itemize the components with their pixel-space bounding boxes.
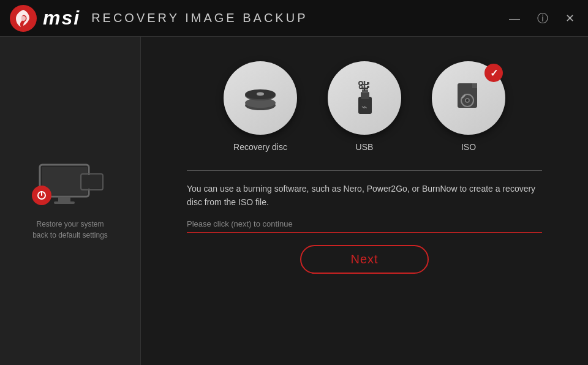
sidebar-icon-wrap — [37, 162, 104, 210]
close-button[interactable]: ✕ — [562, 10, 578, 26]
svg-point-15 — [257, 92, 264, 95]
recovery-disc-label: Recovery disc — [233, 142, 287, 152]
main-content: Restore your system back to default sett… — [0, 37, 588, 365]
svg-rect-29 — [472, 83, 477, 88]
usb-label: USB — [356, 142, 374, 152]
app-title: RECOVERY IMAGE BACKUP — [91, 11, 307, 25]
svg-point-1 — [21, 16, 26, 21]
sidebar-label: Restore your system back to default sett… — [32, 219, 108, 241]
recovery-disc-circle — [224, 61, 297, 135]
minimize-button[interactable]: — — [505, 10, 524, 26]
svg-text:⌁: ⌁ — [361, 102, 368, 112]
iso-circle: ✓ — [432, 61, 505, 135]
sidebar: Restore your system back to default sett… — [0, 37, 141, 365]
usb-circle: ⌁ — [328, 61, 401, 135]
logo-area: msi RECOVERY IMAGE BACKUP — [10, 5, 307, 32]
svg-rect-7 — [82, 175, 102, 189]
power-icon — [36, 190, 47, 201]
svg-rect-4 — [58, 197, 70, 201]
info-button[interactable]: ⓘ — [533, 10, 552, 26]
usb-icon: ⌁ — [345, 78, 385, 118]
dragon-logo-icon — [10, 5, 37, 32]
svg-point-22 — [359, 85, 362, 88]
description-area: You can use a burning software, such as … — [187, 170, 542, 228]
option-usb[interactable]: ⌁ USB — [328, 61, 401, 152]
description-text: You can use a burning software, such as … — [187, 182, 542, 209]
disc-icon — [241, 78, 281, 118]
sidebar-badge-icon — [32, 186, 51, 205]
options-row: Recovery disc ⌁ — [224, 61, 505, 152]
iso-icon — [449, 78, 489, 118]
option-recovery-disc[interactable]: Recovery disc — [224, 61, 297, 152]
right-panel: Recovery disc ⌁ — [141, 37, 588, 365]
next-button[interactable]: Next — [300, 245, 428, 274]
hint-text: Please click (next) to continue — [187, 219, 542, 228]
title-bar: msi RECOVERY IMAGE BACKUP — ⓘ ✕ — [0, 0, 588, 37]
svg-rect-5 — [54, 201, 75, 204]
selected-check-icon: ✓ — [484, 64, 503, 82]
msi-logo-text: msi — [43, 7, 80, 29]
svg-rect-27 — [367, 82, 369, 85]
svg-point-23 — [367, 86, 369, 88]
red-divider — [187, 232, 542, 233]
option-iso[interactable]: ✓ ISO — [432, 61, 505, 152]
svg-point-26 — [359, 81, 363, 85]
svg-point-31 — [466, 99, 469, 102]
window-controls: — ⓘ ✕ — [505, 10, 578, 26]
iso-label: ISO — [461, 142, 476, 152]
